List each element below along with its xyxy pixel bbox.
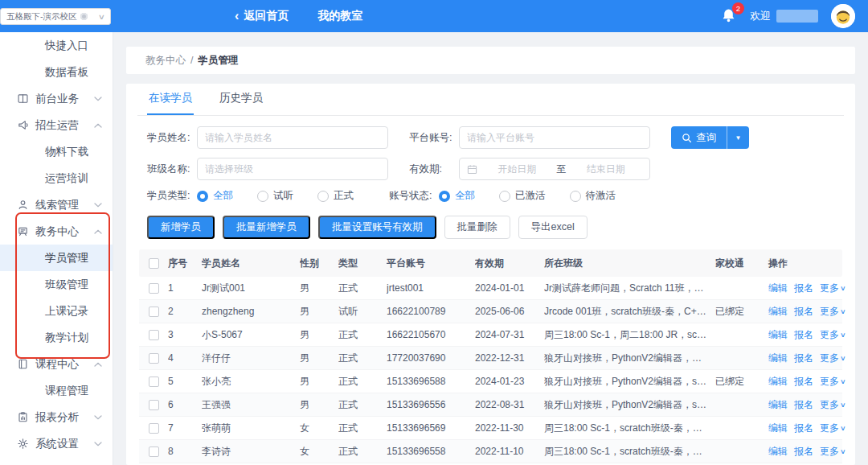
account-status-radio-全部[interactable]: 全部 — [439, 189, 475, 203]
sidebar-item-course-management[interactable]: 课程管理 — [0, 377, 113, 404]
edit-link[interactable]: 编辑 — [768, 352, 788, 365]
sidebar-item-front-desk[interactable]: 前台业务 — [0, 85, 113, 112]
tab-history-students[interactable]: 历史学员 — [218, 91, 264, 115]
edit-link[interactable]: 编辑 — [768, 328, 788, 342]
student-type-radio-正式[interactable]: 正式 — [317, 189, 354, 203]
enroll-link[interactable]: 报名 — [794, 328, 813, 342]
row-checkbox-cell — [139, 283, 168, 294]
radio-icon — [197, 191, 208, 202]
user-avatar[interactable] — [831, 4, 855, 28]
enroll-link[interactable]: 报名 — [794, 398, 813, 412]
more-link[interactable]: 更多∨ — [820, 305, 845, 319]
student-name-input[interactable] — [197, 126, 388, 149]
back-home-link[interactable]: ‹ 返回首页 — [235, 9, 289, 23]
sidebar-item-material-download[interactable]: 物料下载 — [0, 138, 113, 165]
cell-validity: 2022-12-31 — [475, 352, 544, 364]
cell-actions: 编辑报名更多∨ — [768, 422, 842, 435]
add-student-button[interactable]: 新增学员 — [147, 216, 215, 239]
enroll-link[interactable]: 报名 — [794, 352, 813, 365]
more-link[interactable]: 更多∨ — [820, 352, 845, 365]
filter-row-1: 学员姓名: 平台账号: 查询 — [147, 126, 834, 149]
start-date-placeholder: 开始日期 — [481, 163, 554, 176]
row-checkbox[interactable] — [149, 446, 159, 457]
sidebar-item-leads-management[interactable]: 线索管理 — [0, 191, 113, 218]
sidebar-item-data-dashboard[interactable]: 数据看板 — [0, 59, 113, 85]
batch-delete-button[interactable]: 批量删除 — [444, 216, 510, 239]
cell-type: 试听 — [338, 305, 387, 319]
row-checkbox[interactable] — [149, 400, 159, 410]
query-split-button: 查询 ▼ — [671, 126, 749, 149]
breadcrumb-section: 教务中心 — [145, 54, 186, 68]
more-link[interactable]: 更多∨ — [820, 398, 845, 412]
chevron-down-icon: ∨ — [840, 331, 846, 339]
notification-bell-icon[interactable]: 2 — [721, 7, 737, 25]
sidebar-item-course-center[interactable]: 课程中心 — [0, 351, 113, 377]
enroll-link[interactable]: 报名 — [794, 375, 813, 389]
query-dropdown-button[interactable]: ▼ — [727, 126, 749, 149]
account-status-radio-已激活[interactable]: 已激活 — [499, 189, 546, 203]
edit-link[interactable]: 编辑 — [768, 375, 788, 389]
export-excel-button[interactable]: 导出excel — [518, 216, 588, 239]
tab-current-students[interactable]: 在读学员 — [147, 91, 194, 115]
sidebar-item-admissions-ops[interactable]: 招生运营 — [0, 112, 113, 138]
row-checkbox[interactable] — [149, 283, 159, 294]
sidebar-item-label: 课程管理 — [45, 384, 88, 398]
select-all-checkbox[interactable] — [149, 258, 159, 269]
sidebar-item-teaching-plan[interactable]: 教学计划 — [0, 324, 113, 351]
cell-type: 正式 — [338, 422, 387, 435]
sidebar-item-system-settings[interactable]: 系统设置 — [0, 430, 113, 457]
student-type-radio-全部[interactable]: 全部 — [197, 189, 233, 203]
row-checkbox-cell — [139, 446, 168, 457]
cell-actions: 编辑报名更多∨ — [768, 352, 842, 365]
enroll-link[interactable]: 报名 — [794, 422, 813, 435]
row-checkbox[interactable] — [149, 353, 159, 364]
column-header-7: 所在班级 — [544, 257, 715, 270]
edit-link[interactable]: 编辑 — [768, 398, 788, 412]
edit-link[interactable]: 编辑 — [768, 282, 788, 295]
sidebar-item-quick-entry[interactable]: 快捷入口 — [0, 32, 113, 59]
sidebar-item-student-management[interactable]: 学员管理 — [0, 245, 113, 271]
sidebar-item-academic-center[interactable]: 教务中心 — [0, 218, 113, 245]
row-checkbox[interactable] — [149, 377, 159, 387]
cell-actions: 编辑报名更多∨ — [768, 282, 842, 295]
platform-account-input[interactable] — [459, 126, 650, 149]
account-status-radio-待激活[interactable]: 待激活 — [570, 189, 616, 203]
more-link[interactable]: 更多∨ — [820, 375, 845, 389]
sidebar-item-lesson-records[interactable]: 上课记录 — [0, 298, 113, 324]
cell-classes: Jr测试薛老师问题，Scratch 11班，Python 11班，C++ 1班，… — [544, 282, 715, 295]
more-link[interactable]: 更多∨ — [820, 328, 845, 342]
more-link[interactable]: 更多∨ — [820, 445, 845, 459]
sidebar-item-label: 数据看板 — [45, 65, 88, 80]
row-checkbox[interactable] — [149, 307, 159, 317]
class-name-input[interactable] — [197, 158, 388, 180]
enroll-link[interactable]: 报名 — [794, 305, 813, 319]
gear-icon — [17, 438, 29, 450]
student-type-radio-试听[interactable]: 试听 — [257, 189, 293, 203]
column-header-3: 性别 — [300, 257, 338, 270]
sidebar-item-label: 报表分析 — [35, 410, 79, 425]
topbar: 五格殿下-演示校区 ∨ ‹ 返回首页 我的教室 2 欢迎 — [0, 0, 868, 32]
chevron-down-icon: ∨ — [840, 308, 846, 315]
my-classroom-link[interactable]: 我的教室 — [317, 9, 362, 23]
query-button[interactable]: 查询 — [671, 126, 727, 149]
table-row: 8李诗诗女正式151336965582022-11-10周三18:00 Sc-1… — [139, 440, 842, 463]
edit-link[interactable]: 编辑 — [768, 422, 788, 435]
sidebar-item-ops-training[interactable]: 运营培训 — [0, 165, 113, 191]
campus-select[interactable]: 五格殿下-演示校区 ∨ — [0, 8, 111, 25]
enroll-link[interactable]: 报名 — [794, 282, 813, 295]
batch-add-students-button[interactable]: 批量新增学员 — [223, 216, 310, 239]
edit-link[interactable]: 编辑 — [768, 305, 788, 319]
validity-daterange-picker[interactable]: 开始日期 至 结束日期 — [459, 158, 650, 180]
sidebar-item-report-analysis[interactable]: 报表分析 — [0, 404, 113, 430]
batch-set-validity-button[interactable]: 批量设置账号有效期 — [318, 216, 436, 239]
row-checkbox[interactable] — [149, 330, 159, 340]
table-body: 1Jr测试001男正式jrtest0012024-01-01Jr测试薛老师问题，… — [139, 277, 842, 465]
edit-link[interactable]: 编辑 — [768, 445, 788, 459]
chevron-down-icon: ∨ — [98, 13, 105, 21]
row-checkbox[interactable] — [149, 423, 159, 434]
cell-validity: 2024-01-23 — [475, 376, 544, 387]
enroll-link[interactable]: 报名 — [794, 445, 813, 459]
sidebar-item-class-management[interactable]: 班级管理 — [0, 271, 113, 298]
more-link[interactable]: 更多∨ — [820, 422, 845, 435]
more-link[interactable]: 更多∨ — [820, 282, 845, 295]
